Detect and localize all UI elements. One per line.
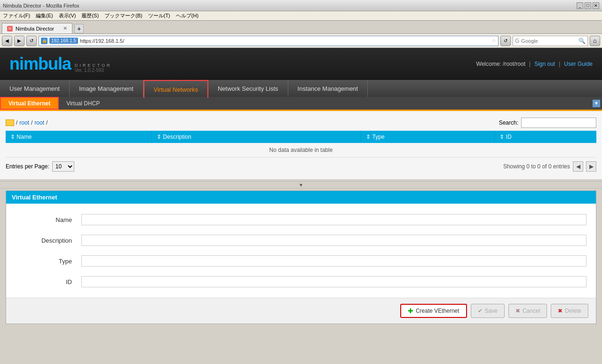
browser-controls: _ □ ✕ [577,2,599,9]
back-button[interactable]: ◀ [2,36,12,46]
form-field-name[interactable] [81,214,586,225]
create-label: Create VEthernet [416,308,459,314]
next-page-button[interactable]: ▶ [586,161,596,172]
col-type[interactable]: ⇕ Type [361,131,495,143]
delete-button[interactable]: ✖ Delete [551,304,588,318]
form-label-description: Description [16,237,72,244]
entries-select[interactable]: 10 25 50 100 [52,161,74,172]
menu-file[interactable]: ファイル(F) [3,12,30,19]
maximize-button[interactable]: □ [585,2,591,9]
address-url: https://192.168.1.5/ [80,38,124,44]
nav-item-image-management[interactable]: Image Management [70,80,143,97]
tab-close-icon[interactable]: ✕ [63,25,67,32]
search-input[interactable] [521,118,596,128]
forward-button[interactable]: ▶ [14,36,24,46]
cancel-button[interactable]: ✖ Cancel [508,304,547,318]
table-footer: Entries per Page: 10 25 50 100 Showing 0… [6,158,596,175]
form-field-type[interactable] [81,255,586,267]
form-row-type: Type [6,251,596,271]
nav-item-user-management[interactable]: User Management [0,80,70,97]
form-label-name: Name [16,216,72,223]
sort-icon-description: ⇕ [157,134,161,140]
collapse-strip[interactable]: ▼ [0,181,602,189]
breadcrumb-root-1[interactable]: root [19,119,29,126]
col-name[interactable]: ⇕ Name [6,131,152,143]
search-label: Search: [499,119,518,126]
new-tab-button[interactable]: + [74,24,84,33]
save-button[interactable]: ✔ Save [471,304,505,318]
sign-out-link[interactable]: Sign out [534,61,555,67]
minimize-button[interactable]: _ [577,2,583,9]
browser-tab-active[interactable]: N Nimbula Director ✕ [2,23,72,33]
refresh-button[interactable]: ↺ [26,36,37,46]
form-panel: Virtual Ethernet Name Description Type I… [6,190,596,324]
browser-search-input[interactable] [521,38,577,44]
form-body: Name Description Type ID [6,204,596,298]
delete-label: Delete [565,308,581,314]
breadcrumb-separator-3: / [46,119,48,126]
logo-nimbula-text: nimbula [9,54,71,73]
browser-tabbar: N Nimbula Director ✕ + [0,21,602,34]
pagination-info: Showing 0 to 0 of 0 entries ◀ ▶ [503,161,596,172]
form-field-description[interactable] [81,235,586,246]
search-row: Search: [499,118,596,128]
data-table: ⇕ Name ⇕ Description ⇕ Type ⇕ ID [6,131,596,158]
address-favicon: 🔒 [41,38,48,44]
header-right: Welcome: /root/root | Sign out | User Gu… [476,61,593,67]
sub-nav-scroll: ▼ [593,97,602,110]
delete-icon: ✖ [558,308,562,314]
app-header: nimbula DIRECTOR Ver. 1.0.2-593 Welcome:… [0,48,602,80]
browser-title: Nimbula Director - Mozilla Firefox [3,3,79,8]
menu-tools[interactable]: ツール(T) [148,12,170,19]
separator-2: | [559,61,560,67]
logo: nimbula DIRECTOR Ver. 1.0.2-593 [9,54,111,74]
browser-menubar: ファイル(F) 編集(E) 表示(V) 履歴(S) ブックマーク(B) ツール(… [0,11,602,21]
sort-icon-id: ⇕ [499,134,504,140]
cancel-label: Cancel [523,308,540,314]
home-button[interactable]: ⌂ [590,36,600,46]
user-guide-link[interactable]: User Guide [564,61,593,67]
form-label-id: ID [16,278,72,285]
sub-nav-item-virtual-dhcp[interactable]: Virtual DHCP [59,97,107,110]
nav-item-instance-management[interactable]: Instance Management [288,80,368,97]
col-id[interactable]: ⇕ ID [495,131,596,143]
form-title: Virtual Ethernet [12,194,57,201]
refresh-right-button[interactable]: ↺ [500,36,511,46]
prev-page-button[interactable]: ◀ [573,161,583,172]
close-button[interactable]: ✕ [593,2,599,9]
menu-edit[interactable]: 編集(E) [36,12,53,19]
button-row: ✚ Create VEthernet ✔ Save ✖ Cancel ✖ Del… [6,298,596,324]
tab-label: Nimbula Director [16,26,54,32]
address-bar[interactable]: 🔒 192.168.1.5 https://192.168.1.5/ ☆ [39,36,499,46]
main-nav: User Management Image Management Virtual… [0,80,602,97]
content-area: / root / root / Search: ⇕ Name ⇕ Descrip… [0,111,602,179]
search-icon[interactable]: 🔍 [578,38,586,44]
browser-addressbar: ◀ ▶ ↺ 🔒 192.168.1.5 https://192.168.1.5/… [0,34,602,48]
breadcrumb-separator-1: / [16,119,17,126]
save-label: Save [485,308,498,314]
menu-help[interactable]: ヘルプ(H) [176,12,198,19]
save-icon: ✔ [478,308,483,314]
form-field-id[interactable] [81,276,586,287]
sort-icon-type: ⇕ [366,134,371,140]
form-row-description: Description [6,230,596,251]
col-description[interactable]: ⇕ Description [152,131,361,143]
menu-bookmarks[interactable]: ブックマーク(B) [104,12,143,19]
breadcrumb-root-2[interactable]: root [34,119,44,126]
welcome-text: Welcome: /root/root [476,61,525,67]
address-ip-badge: 192.168.1.5 [49,38,78,44]
sub-nav-item-virtual-ethernet[interactable]: Virtual Ethernet [0,97,59,110]
menu-view[interactable]: 表示(V) [59,12,76,19]
menu-history[interactable]: 履歴(S) [81,12,99,19]
form-row-id: ID [6,271,596,292]
address-star-icon[interactable]: ☆ [491,38,496,44]
cancel-icon: ✖ [515,308,520,314]
form-row-name: Name [6,209,596,230]
create-vethernet-button[interactable]: ✚ Create VEthernet [400,304,467,318]
browser-search-box[interactable]: G 🔍 [513,36,588,46]
sort-icon-name: ⇕ [10,134,15,140]
sub-nav-scroll-btn[interactable]: ▼ [593,100,600,107]
collapse-icon: ▼ [299,182,303,188]
nav-item-network-security-lists[interactable]: Network Security Lists [208,80,288,97]
nav-item-virtual-networks[interactable]: Virtual Networks [143,80,208,98]
